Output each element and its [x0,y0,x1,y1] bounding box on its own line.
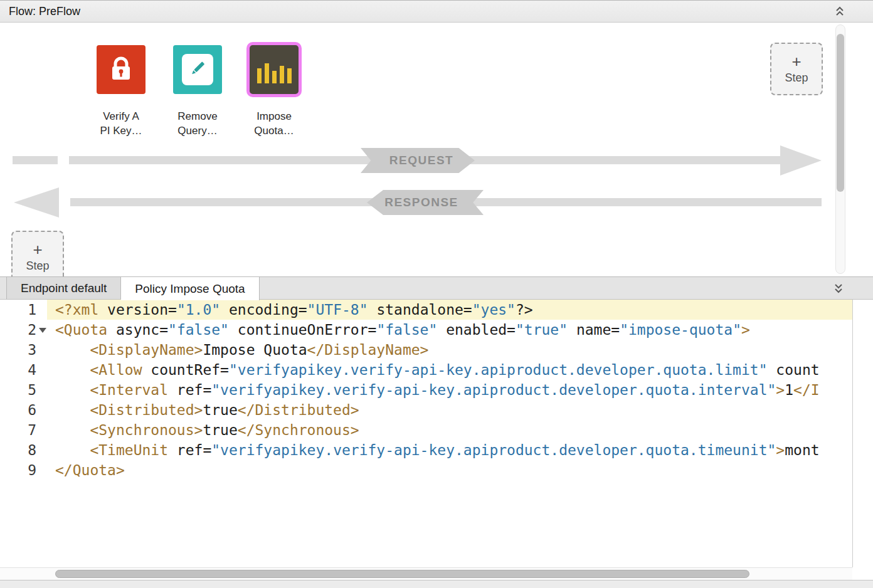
fold-toggle-icon[interactable] [36,320,47,340]
add-step-button-response[interactable]: + Step [11,231,64,276]
code-line-text[interactable]: <TimeUnit ref="verifyapikey.verify-api-k… [47,440,852,460]
code-line-row[interactable]: 1<?xml version="1.0" encoding="UTF-8" st… [0,300,852,320]
flow-canvas: Verify A PI Key… [0,23,873,276]
code-line-row[interactable]: 9</Quota> [0,460,852,480]
flow-title: Flow: PreFlow [9,1,80,23]
collapse-flow-button[interactable] [832,4,848,20]
code-line-row[interactable]: 2<Quota async="false" continueOnError="f… [0,320,852,340]
fold-slot [36,460,47,480]
line-number: 1 [0,300,36,320]
request-arrow-stub [13,156,58,164]
fold-slot [36,300,47,320]
chevron-double-down-icon [833,282,844,297]
fold-slot [36,440,47,460]
code-line-row[interactable]: 7 <Synchronous>true</Synchronous> [0,420,852,440]
flow-header: Flow: PreFlow [0,0,873,23]
policy-remove-query[interactable]: Remove Query… [167,45,228,138]
line-number: 5 [0,380,36,400]
chevron-double-up-icon [834,5,845,19]
line-number: 7 [0,420,36,440]
line-number: 9 [0,460,36,480]
fold-slot [36,400,47,420]
window-bottom-edge [0,580,873,588]
code-line-row[interactable]: 5 <Interval ref="verifyapikey.verify-api… [0,380,852,400]
flow-scrollbar-thumb[interactable] [837,34,844,192]
collapse-editor-button[interactable] [830,281,847,297]
editor-horizontal-scrollbar[interactable] [0,567,852,580]
code-line-row[interactable]: 6 <Distributed>true</Distributed> [0,400,852,420]
code-line-text[interactable]: <DisplayName>Impose Quota</DisplayName> [47,340,852,360]
pencil-card [182,54,213,85]
fold-slot [36,380,47,400]
add-step-button-request[interactable]: + Step [770,43,823,95]
request-arrowhead-icon [780,145,822,176]
response-label-badge: RESPONSE [367,190,484,215]
line-number: 4 [0,360,36,380]
code-line-text[interactable]: <Allow countRef="verifyapikey.verify-api… [47,360,852,380]
editor-tab-bar: Endpoint default Policy Impose Quota [0,276,873,300]
quota-bars-icon [257,56,292,83]
editor-scrollbar-thumb[interactable] [55,570,749,578]
xml-code-editor[interactable]: 1<?xml version="1.0" encoding="UTF-8" st… [0,300,853,567]
plus-icon: + [33,241,42,258]
fold-slot [36,340,47,360]
line-number: 6 [0,400,36,420]
line-number: 2 [0,320,36,340]
remove-query-tile [173,45,222,94]
policy-impose-quota[interactable]: Impose Quota… [244,45,304,138]
tab-policy-impose-quota[interactable]: Policy Impose Quota [121,277,259,300]
plus-icon: + [791,53,801,70]
code-line-row[interactable]: 8 <TimeUnit ref="verifyapikey.verify-api… [0,440,852,460]
fold-slot [36,360,47,380]
verify-api-key-tile [97,45,146,94]
lock-icon [106,53,136,86]
code-line-row[interactable]: 4 <Allow countRef="verifyapikey.verify-a… [0,360,852,380]
code-line-text[interactable]: <Synchronous>true</Synchronous> [47,420,852,440]
code-line-text[interactable]: <Distributed>true</Distributed> [47,400,852,420]
code-line-row[interactable]: 3 <DisplayName>Impose Quota</DisplayName… [0,340,852,360]
code-lines: 1<?xml version="1.0" encoding="UTF-8" st… [0,300,852,480]
code-line-text[interactable]: <Quota async="false" continueOnError="fa… [47,320,852,340]
policy-label: Remove Query… [177,109,217,138]
line-number: 3 [0,340,36,360]
response-arrowhead-icon [14,187,59,218]
policy-label: Verify A PI Key… [100,109,142,138]
tab-endpoint-default[interactable]: Endpoint default [6,277,121,299]
code-line-text[interactable]: </Quota> [47,460,852,480]
policy-label: Impose Quota… [254,109,294,138]
flow-vertical-scrollbar[interactable] [835,24,845,274]
policy-row: Verify A PI Key… [91,45,304,138]
line-number: 8 [0,440,36,460]
request-label-badge: REQUEST [361,148,475,173]
code-line-text[interactable]: <?xml version="1.0" encoding="UTF-8" sta… [47,300,852,320]
code-line-text[interactable]: <Interval ref="verifyapikey.verify-api-k… [47,380,852,400]
proxy-flow-editor: Flow: PreFlow [0,0,873,588]
policy-verify-api-key[interactable]: Verify A PI Key… [91,45,151,138]
impose-quota-tile-selected [250,45,299,94]
fold-slot [36,420,47,440]
pencil-icon [187,58,208,81]
